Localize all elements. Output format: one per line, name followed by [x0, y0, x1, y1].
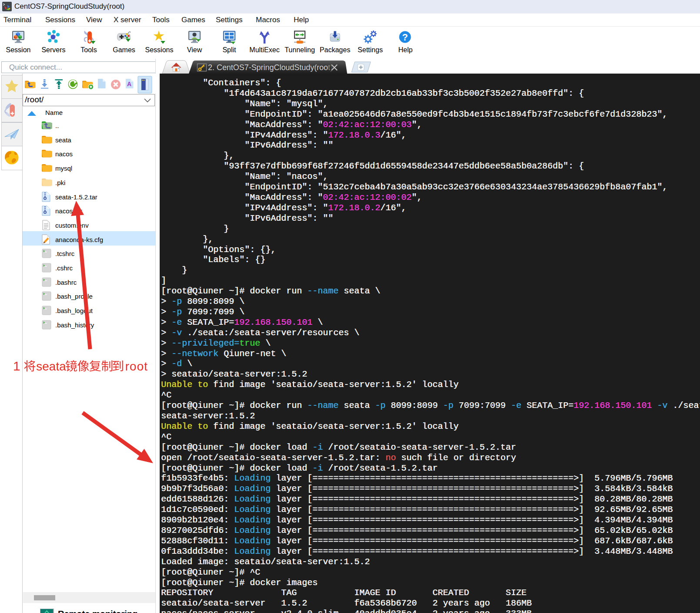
- svg-text:seata: seata: [36, 360, 66, 373]
- svg-text:root: root: [125, 360, 148, 373]
- svg-text:1: 1: [13, 359, 20, 373]
- svg-text:?: ?: [402, 32, 408, 43]
- svg-text:2. CentOS7-SpringCloudStudy(ro: 2. CentOS7-SpringCloudStudy(root): [208, 63, 333, 72]
- svg-text:A: A: [127, 81, 131, 88]
